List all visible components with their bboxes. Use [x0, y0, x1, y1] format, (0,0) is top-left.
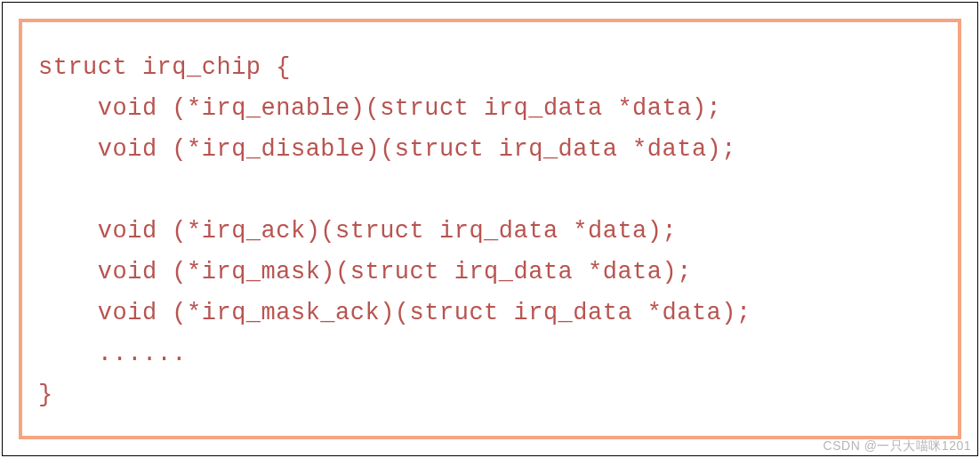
code-line-7: ...... — [38, 341, 187, 367]
code-line-0: struct irq_chip { — [38, 54, 291, 81]
code-line-2: void (*irq_disable)(struct irq_data *dat… — [38, 136, 736, 163]
outer-frame: struct irq_chip { void (*irq_enable)(str… — [2, 2, 978, 456]
code-line-6: void (*irq_mask_ack)(struct irq_data *da… — [38, 300, 751, 326]
watermark: CSDN @一只大喵咪1201 — [823, 438, 971, 454]
code-line-4: void (*irq_ack)(struct irq_data *data); — [38, 218, 677, 245]
code-line-5: void (*irq_mask)(struct irq_data *data); — [38, 259, 692, 285]
code-container: struct irq_chip { void (*irq_enable)(str… — [19, 19, 961, 439]
code-line-8: } — [38, 382, 53, 408]
code-block: struct irq_chip { void (*irq_enable)(str… — [38, 47, 942, 415]
code-line-1: void (*irq_enable)(struct irq_data *data… — [38, 95, 721, 122]
